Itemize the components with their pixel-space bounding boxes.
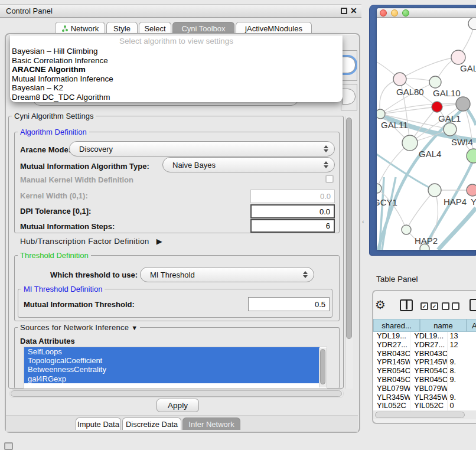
tab-network[interactable]: Network: [55, 22, 105, 34]
settings-hscrollbar-thumb[interactable]: [11, 390, 342, 397]
hub-tf-expander[interactable]: Hub/Transcription Factor Definition ▶: [20, 237, 162, 246]
gear-icon[interactable]: ⚙: [375, 298, 386, 312]
algorithm-item[interactable]: Mutual Information Inference: [10, 74, 343, 84]
split-view-icon[interactable]: [400, 299, 413, 311]
apply-button[interactable]: Apply: [157, 399, 199, 412]
table-row[interactable]: YER054CYER054C8.: [373, 367, 476, 376]
algorithm-item[interactable]: Dream8 DC_TDC Algorithm: [10, 93, 343, 102]
threshold-definition-title: Threshold Definition: [18, 251, 91, 260]
node-label: GAL7: [460, 63, 476, 73]
attribute-list-item[interactable]: gal4RGexp: [24, 374, 319, 383]
expanded-arrow-icon: ▼: [131, 324, 138, 331]
network-node[interactable]: [456, 97, 470, 111]
table-cell: 9.: [448, 393, 476, 402]
deselect-checkbox-icon-2[interactable]: [452, 302, 459, 310]
table-cell: YBL079W: [373, 384, 410, 393]
table-row[interactable]: YDL19...YDL19...13: [373, 332, 476, 341]
table-row[interactable]: YLR345WYLR345W9.: [373, 393, 476, 402]
table-function-icon[interactable]: [470, 299, 476, 311]
network-node[interactable]: [444, 123, 457, 136]
settings-vscrollbar-thumb[interactable]: [346, 118, 352, 339]
network-node[interactable]: [393, 73, 406, 86]
aracne-mode-label: Aracne Mode:: [20, 145, 71, 154]
network-node[interactable]: [402, 135, 418, 151]
table-row[interactable]: YPR145WYPR145W9.: [373, 358, 476, 367]
table-cell: YBR043C: [373, 350, 410, 358]
splitter-collapse-icon[interactable]: ‹: [362, 218, 364, 225]
tab-discretize-data[interactable]: Discretize Data: [122, 418, 181, 430]
sources-expander[interactable]: Sources for Network Inference ▼: [18, 323, 140, 332]
dpi-tolerance-field[interactable]: 0.0: [250, 204, 335, 219]
attribute-list-item[interactable]: TopologicalCoefficient: [24, 356, 319, 365]
algorithm-item[interactable]: Bayesian – K2: [10, 83, 343, 93]
algorithm-item[interactable]: Basic Correlation Inference: [10, 56, 343, 66]
network-node[interactable]: [468, 18, 476, 30]
table-row[interactable]: YDR27...YDR27...12: [373, 341, 476, 350]
table-row[interactable]: YBR043CYBR043C: [373, 350, 476, 358]
table-cell: YBR043C: [410, 350, 448, 358]
column-header-partial[interactable]: A: [467, 319, 476, 332]
close-panel-icon[interactable]: ✕: [350, 6, 357, 15]
table-row[interactable]: YBL079WYBL079W: [373, 384, 476, 393]
table-cell: YBR045C: [373, 376, 410, 384]
column-header-name[interactable]: name: [420, 319, 467, 332]
window-close-icon[interactable]: [380, 9, 387, 17]
node-label: Y: [471, 197, 476, 207]
network-node[interactable]: [402, 225, 411, 234]
mi-threshold-field[interactable]: 0.5: [248, 297, 330, 311]
aracne-mode-select[interactable]: Discovery: [69, 141, 335, 156]
table-row[interactable]: YIL052CYIL052C0: [373, 402, 476, 410]
tab-select[interactable]: Select: [139, 22, 171, 34]
algorithm-select-fragment[interactable]: [342, 57, 356, 73]
network-node[interactable]: [451, 50, 465, 64]
node-label: SWI4: [451, 137, 473, 147]
tab-style[interactable]: Style: [106, 22, 138, 34]
network-tab-icon: [61, 25, 69, 32]
node-label: HAP4: [444, 197, 467, 207]
table-cell: YBL079W: [410, 384, 448, 393]
network-node[interactable]: [467, 184, 476, 196]
minimized-panel-icon[interactable]: [4, 442, 13, 450]
split-bar: [406, 301, 407, 309]
mi-type-select[interactable]: Naive Bayes: [162, 157, 335, 172]
attribute-list-item[interactable]: SelfLoops: [24, 347, 319, 356]
network-node[interactable]: [428, 184, 441, 197]
tab-impute-data[interactable]: Impute Data: [76, 418, 121, 430]
table-row[interactable]: YBR045CYBR045C9.: [373, 376, 476, 384]
kernel-width-field[interactable]: 0.0: [250, 190, 335, 203]
algorithm-item[interactable]: ARACNE Algorithm: [10, 65, 343, 74]
float-panel-button[interactable]: [341, 8, 347, 14]
network-node[interactable]: [377, 109, 385, 119]
select-all-checkbox-icon[interactable]: ✓: [420, 302, 428, 310]
mi-type-label: Mutual Information Algorithm Type:: [20, 162, 149, 171]
table-cell: YER054C: [410, 367, 448, 376]
table-cell: YBR045C: [410, 376, 448, 384]
table-cell: YDR27...: [410, 341, 448, 350]
table-cell: YLR345W: [410, 393, 448, 402]
network-node[interactable]: [429, 76, 441, 88]
attr-list-scrollbar-thumb[interactable]: [320, 349, 325, 384]
algorithm-item[interactable]: Bayesian – Hill Climbing: [10, 47, 343, 56]
which-threshold-select[interactable]: MI Threshold: [140, 267, 314, 282]
table-cell: 9.: [448, 358, 476, 367]
deselect-checkbox-icon[interactable]: [442, 302, 449, 310]
node-label: GAL80: [396, 87, 424, 97]
combo-arrows-icon: [321, 161, 334, 168]
network-node[interactable]: [420, 244, 429, 250]
network-node[interactable]: [467, 149, 476, 163]
network-node[interactable]: [432, 102, 442, 112]
window-zoom-icon[interactable]: [402, 9, 409, 17]
tab-cyni-toolbox[interactable]: Cyni Toolbox: [172, 22, 234, 34]
manual-kernel-checkbox[interactable]: [325, 175, 334, 183]
tab-infer-network[interactable]: Infer Network: [182, 418, 240, 430]
select-all-checkbox-icon-2[interactable]: ✓: [431, 302, 438, 310]
network-canvas[interactable]: GAL7GAL80GAL10GAL11GAL1SWI4GAL4GCY1HAP4Y…: [377, 18, 476, 250]
table-hscrollbar-thumb[interactable]: [375, 412, 465, 418]
table-cell: 8.: [448, 367, 476, 376]
column-header-shared-name[interactable]: shared...: [373, 319, 420, 332]
tab-jactivemnodules[interactable]: jActiveMNodules: [236, 22, 312, 34]
mi-steps-field[interactable]: 6: [250, 219, 335, 233]
kernel-width-label: Kernel Width (0,1):: [20, 191, 88, 200]
attribute-list-item[interactable]: BetweennessCentrality: [24, 365, 319, 374]
window-minimize-icon[interactable]: [391, 9, 398, 17]
